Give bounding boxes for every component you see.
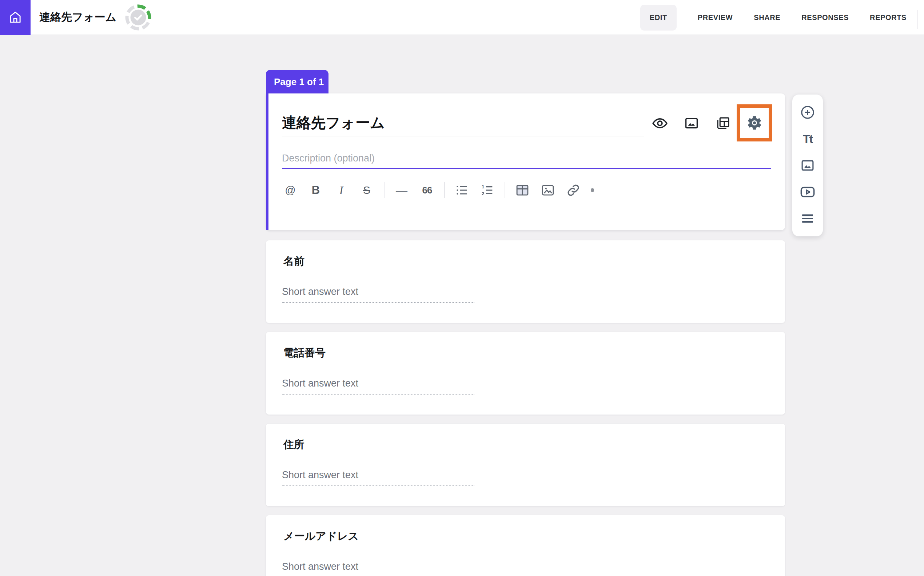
link-icon bbox=[566, 182, 581, 198]
tab-responses[interactable]: RESPONSES bbox=[801, 13, 849, 22]
quote-button[interactable]: 66 bbox=[419, 181, 436, 199]
field-answer-placeholder[interactable]: Short answer text bbox=[282, 561, 474, 576]
strikethrough-button[interactable]: S bbox=[358, 181, 375, 199]
layout-icon bbox=[716, 116, 731, 131]
field-label[interactable]: 住所 bbox=[283, 437, 304, 452]
field-label[interactable]: 名前 bbox=[283, 254, 304, 269]
field-card-address[interactable]: 住所 Short answer text bbox=[266, 424, 785, 506]
numbered-list-icon: 1 2 bbox=[480, 183, 495, 197]
settings-button[interactable] bbox=[746, 115, 763, 131]
table-button[interactable] bbox=[514, 181, 531, 199]
toolbar-divider bbox=[444, 182, 445, 198]
toolbar-divider bbox=[504, 182, 505, 198]
link-button[interactable] bbox=[565, 181, 582, 199]
layout-button[interactable] bbox=[714, 115, 732, 132]
field-answer-placeholder[interactable]: Short answer text bbox=[282, 469, 474, 486]
card-accent-strip bbox=[266, 93, 269, 230]
italic-button[interactable]: I bbox=[333, 181, 349, 199]
tab-edit[interactable]: EDIT bbox=[640, 5, 677, 30]
numbered-list-button[interactable]: 1 2 bbox=[479, 181, 496, 199]
horizontal-rule-button[interactable]: — bbox=[393, 181, 410, 199]
video-block-button[interactable] bbox=[792, 179, 823, 205]
bullet-list-button[interactable] bbox=[454, 181, 470, 199]
page-badge-label: Page 1 of 1 bbox=[274, 76, 324, 88]
field-label[interactable]: 電話番号 bbox=[283, 346, 325, 360]
field-answer-placeholder[interactable]: Short answer text bbox=[282, 286, 474, 303]
text-style-button[interactable]: Tt bbox=[792, 126, 823, 152]
svg-text:1: 1 bbox=[482, 184, 485, 189]
home-button[interactable] bbox=[0, 0, 30, 35]
table-icon bbox=[515, 182, 530, 198]
save-progress-indicator bbox=[125, 4, 151, 30]
eye-icon bbox=[652, 115, 668, 132]
home-icon bbox=[8, 10, 23, 25]
form-title-input[interactable] bbox=[282, 109, 644, 136]
svg-text:2: 2 bbox=[482, 191, 484, 196]
nav-divider bbox=[918, 10, 918, 29]
tab-reports[interactable]: REPORTS bbox=[870, 13, 906, 22]
insert-block-toolbar: Tt bbox=[792, 94, 823, 236]
field-label[interactable]: メールアドレス bbox=[283, 529, 359, 544]
tab-preview[interactable]: PREVIEW bbox=[698, 13, 733, 22]
toolbar-divider bbox=[384, 182, 384, 198]
field-card-name[interactable]: 名前 Short answer text bbox=[266, 240, 785, 323]
form-title: 連絡先フォーム bbox=[39, 10, 117, 25]
insert-image-icon bbox=[540, 182, 556, 198]
image-block-button[interactable] bbox=[792, 153, 823, 178]
tab-share[interactable]: SHARE bbox=[754, 13, 780, 22]
insert-image-button[interactable] bbox=[540, 181, 556, 199]
settings-highlight-box bbox=[737, 104, 772, 141]
editor-toolbar: @ B I S — 66 bbox=[282, 181, 594, 200]
video-icon bbox=[799, 184, 816, 200]
image-icon bbox=[684, 116, 699, 131]
bold-button[interactable]: B bbox=[307, 181, 324, 199]
mention-button[interactable]: @ bbox=[282, 181, 299, 199]
app-header: 連絡先フォーム EDIT PREVIEW SHARE RESPONSES REP… bbox=[0, 0, 924, 35]
add-block-button[interactable] bbox=[792, 100, 823, 125]
preview-eye-button[interactable] bbox=[651, 115, 669, 132]
form-title-card: @ B I S — 66 bbox=[266, 93, 785, 230]
page-badge: Page 1 of 1 bbox=[266, 70, 328, 94]
section-block-button[interactable] bbox=[792, 206, 823, 231]
field-card-phone[interactable]: 電話番号 Short answer text bbox=[266, 332, 785, 414]
section-lines-icon bbox=[800, 211, 815, 226]
text-style-icon: Tt bbox=[803, 132, 812, 146]
field-card-email[interactable]: メールアドレス Short answer text bbox=[266, 515, 785, 576]
gear-icon bbox=[746, 115, 763, 131]
cover-image-button[interactable] bbox=[683, 115, 700, 132]
image-icon bbox=[800, 158, 815, 173]
plus-circle-icon bbox=[799, 104, 815, 120]
description-input[interactable] bbox=[282, 149, 771, 169]
text-cursor-dot bbox=[591, 188, 594, 192]
field-answer-placeholder[interactable]: Short answer text bbox=[282, 378, 474, 395]
bullet-list-icon bbox=[455, 183, 469, 197]
form-builder-screen: 連絡先フォーム EDIT PREVIEW SHARE RESPONSES REP… bbox=[0, 0, 924, 576]
main-nav: EDIT PREVIEW SHARE RESPONSES REPORTS bbox=[640, 0, 906, 35]
